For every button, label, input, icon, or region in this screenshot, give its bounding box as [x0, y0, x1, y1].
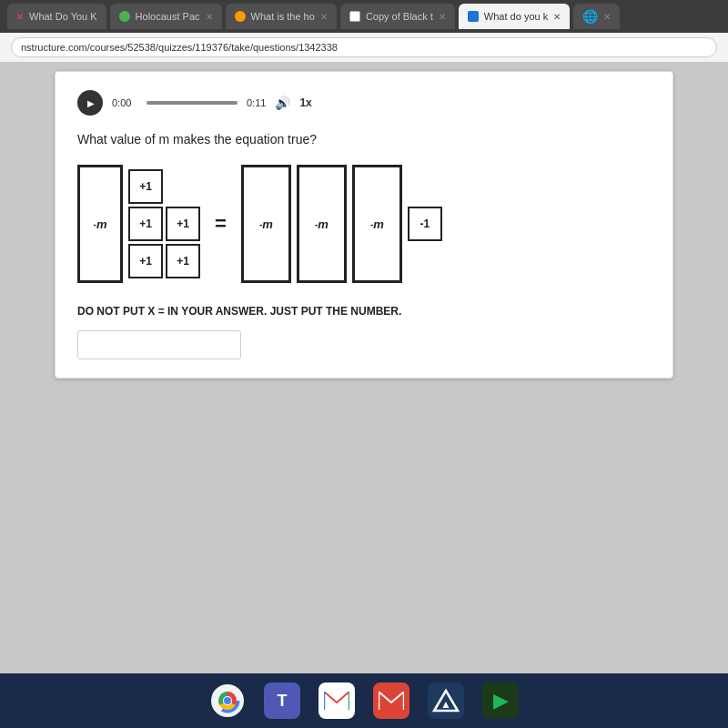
taskbar-teams[interactable]: T	[264, 682, 300, 719]
sq-bot-right: +1	[166, 244, 200, 278]
right-tall-rect-2: -m	[297, 165, 347, 283]
svg-text:▲: ▲	[440, 698, 451, 711]
total-time: 0:11	[247, 97, 266, 108]
address-bar-row: nstructure.com/courses/52538/quizzes/119…	[0, 33, 728, 62]
speed-label[interactable]: 1x	[299, 96, 311, 109]
close-icon-3[interactable]: ✕	[320, 12, 328, 22]
tab-label-2: Holocaust Pac	[136, 11, 200, 22]
address-bar[interactable]: nstructure.com/courses/52538/quizzes/119…	[11, 37, 717, 57]
taskbar: T ▲ ▶	[0, 673, 728, 728]
tab-favicon-2	[119, 11, 130, 22]
quiz-card: ▶ 0:00 0:11 🔊 1x What value of m makes t…	[55, 71, 673, 379]
tab-5[interactable]: What do you k ✕	[459, 4, 570, 29]
tab-favicon-4	[349, 11, 360, 22]
sq-bottom-row: +1 +1	[128, 244, 200, 278]
left-side: -m +1 +1 +1 +1 +1	[77, 165, 200, 283]
close-icon-4[interactable]: ✕	[439, 12, 446, 22]
taskbar-chrome[interactable]	[209, 682, 246, 719]
right-tall-rect-1: -m	[241, 165, 291, 283]
teams-icon: T	[278, 692, 288, 711]
answer-input[interactable]	[77, 330, 241, 359]
play-icon: ▶	[87, 98, 95, 108]
tab-label-4: Copy of Black t	[366, 11, 433, 22]
right-tall-rect-3: -m	[352, 165, 402, 283]
sq-top: +1	[128, 169, 163, 204]
close-icon-1[interactable]: ✕	[16, 12, 24, 22]
neg-sign-left: -	[94, 219, 96, 229]
close-icon-6[interactable]: ✕	[603, 12, 611, 22]
tab-label-1: What Do You K	[29, 11, 97, 22]
tab-2[interactable]: Holocaust Pac ✕	[110, 4, 222, 29]
left-tall-rect: -m	[77, 165, 123, 283]
close-icon-2[interactable]: ✕	[206, 12, 213, 22]
tab-6[interactable]: 🌐 ✕	[573, 4, 620, 29]
gmail2-icon	[379, 692, 404, 710]
taskbar-play[interactable]: ▶	[482, 682, 519, 719]
drive-icon: ▲	[432, 689, 460, 713]
taskbar-gmail2[interactable]	[373, 682, 410, 719]
taskbar-gmail[interactable]	[318, 682, 355, 719]
left-squares-column: +1 +1 +1 +1 +1	[128, 169, 200, 278]
equals-sign: =	[215, 212, 227, 236]
address-text: nstructure.com/courses/52538/quizzes/119…	[21, 42, 338, 53]
progress-bar[interactable]	[147, 101, 238, 105]
instruction-text: DO NOT PUT X = IN YOUR ANSWER. JUST PUT …	[77, 305, 651, 318]
volume-icon[interactable]: 🔊	[275, 96, 290, 110]
taskbar-drive[interactable]: ▲	[428, 682, 464, 719]
close-icon-5[interactable]: ✕	[553, 12, 561, 22]
tab-favicon-3	[235, 11, 246, 22]
right-small-sq: -1	[408, 207, 442, 241]
svg-point-5	[224, 697, 231, 704]
browser-tabs: ✕ What Do You K Holocaust Pac ✕ What is …	[0, 0, 728, 33]
sq-mid-right: +1	[166, 207, 200, 241]
equation-area: -m +1 +1 +1 +1 +1	[77, 165, 651, 283]
tab-favicon-6: 🌐	[582, 9, 598, 24]
tab-label-5: What do you k	[484, 11, 548, 22]
sq-middle-row: +1 +1	[128, 207, 200, 241]
sq-bot-left: +1	[128, 244, 163, 278]
tab-3[interactable]: What is the ho ✕	[226, 4, 337, 29]
tab-4[interactable]: Copy of Black t ✕	[340, 4, 455, 29]
question-text: What value of m makes the equation true?	[77, 132, 651, 147]
tab-favicon-5	[468, 11, 479, 22]
audio-player: ▶ 0:00 0:11 🔊 1x	[77, 90, 651, 116]
tab-1[interactable]: ✕ What Do You K	[7, 4, 106, 29]
sq-mid-left: +1	[128, 207, 163, 241]
gmail-icon	[324, 692, 349, 710]
right-side: -m -m -m -1	[241, 165, 442, 283]
play-button[interactable]: ▶	[77, 90, 103, 116]
content-area: ▶ 0:00 0:11 🔊 1x What value of m makes t…	[0, 62, 728, 673]
tab-label-3: What is the ho	[251, 11, 315, 22]
play-store-icon: ▶	[493, 689, 509, 713]
current-time: 0:00	[112, 97, 137, 108]
chrome-icon	[211, 684, 244, 717]
